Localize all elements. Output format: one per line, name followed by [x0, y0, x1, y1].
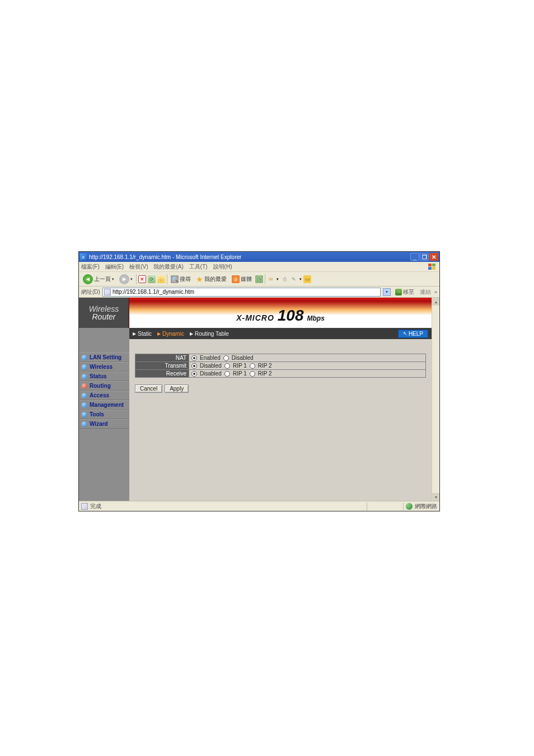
config-table: NAT Enabled Disabled	[135, 354, 426, 378]
back-button[interactable]: ◄ 上一頁 ▾	[81, 274, 116, 285]
below-banner: LAN Setting Wireless Status Routing	[79, 328, 432, 501]
search-label: 搜尋	[180, 275, 191, 283]
refresh-icon[interactable]: ⟳	[148, 275, 156, 283]
bullet-icon	[82, 412, 87, 417]
sidebar-item-label: Status	[90, 373, 107, 379]
radio-label: RIP 1	[233, 370, 247, 377]
nat-cell: Enabled Disabled	[189, 354, 426, 362]
banner-wireless: Wireless	[89, 305, 119, 313]
go-button[interactable]: → 移至	[393, 288, 416, 297]
divider	[367, 503, 367, 510]
edit-icon[interactable]: ✎	[290, 275, 298, 283]
scroll-down-icon[interactable]: ▾	[432, 493, 439, 501]
tab-label: Dynamic	[162, 331, 184, 337]
bullet-icon	[82, 421, 87, 427]
links-label[interactable]: 連結	[419, 288, 432, 296]
menu-tools[interactable]: 工具(T)	[189, 263, 208, 271]
scrollbar[interactable]: ▴ ▾	[432, 298, 439, 501]
media-button[interactable]: ♪ 媒體	[230, 274, 254, 285]
sidebar-item-label: Management	[90, 402, 124, 408]
print-icon[interactable]: ⎙	[280, 275, 288, 283]
menu-view[interactable]: 檢視(V)	[129, 263, 148, 271]
table-row: NAT Enabled Disabled	[135, 354, 426, 362]
apply-button[interactable]: Apply	[165, 384, 189, 393]
receive-label: Receive	[135, 370, 189, 378]
radio-nat-disabled[interactable]	[223, 355, 229, 361]
radio-nat-enabled[interactable]	[191, 355, 197, 361]
window-title: http://192.168.1.1/r_dynamic.htm - Micro…	[89, 254, 408, 260]
tabbar: ▶ Static ▶ Dynamic ▶ Routing Table	[129, 328, 432, 339]
banner-router: Router	[92, 313, 115, 321]
windows-flag-icon	[427, 262, 437, 272]
arrow-left-icon: ◄	[83, 274, 93, 284]
radio-transmit-rip1[interactable]	[224, 363, 230, 369]
stop-icon[interactable]: ✕	[138, 275, 146, 283]
sidebar-item-wireless[interactable]: Wireless	[79, 362, 129, 372]
menu-edit[interactable]: 編輯(E)	[105, 263, 124, 271]
sidebar-item-label: Access	[90, 392, 109, 398]
separator	[167, 274, 167, 284]
radio-receive-disabled[interactable]	[191, 371, 197, 377]
titlebar: e http://192.168.1.1/r_dynamic.htm - Mic…	[79, 252, 439, 262]
sidebar-item-lan-setting[interactable]: LAN Setting	[79, 353, 129, 362]
receive-cell: Disabled RIP 1 RIP 2	[189, 370, 426, 378]
bullet-icon	[82, 355, 87, 360]
help-button[interactable]: ↖ HELP	[398, 330, 428, 338]
banner: Wireless Router X-MICRO 108 Mbps	[79, 298, 432, 328]
minimize-button[interactable]: _	[410, 253, 419, 261]
sidebar-item-wizard[interactable]: Wizard	[79, 419, 129, 429]
radio-transmit-rip2[interactable]	[250, 363, 255, 369]
sidebar-item-label: Routing	[90, 383, 111, 389]
ie-icon: e	[80, 253, 87, 260]
sidebar-item-status[interactable]: Status	[79, 372, 129, 381]
toolbar: ◄ 上一頁 ▾ ► ▾ ✕ ⟳ ⌂ 🔍 搜尋 ★ 我的最愛 ♪ 媒體 ◷ ✉ ▾…	[79, 272, 439, 287]
sidebar-item-routing[interactable]: Routing	[79, 381, 129, 391]
menu-file[interactable]: 檔案(F)	[81, 263, 100, 271]
address-dropdown-icon[interactable]: ▾	[383, 288, 391, 296]
forward-button[interactable]: ► ▾	[118, 274, 134, 285]
sidebar-item-tools[interactable]: Tools	[79, 410, 129, 419]
star-icon: ★	[196, 275, 203, 284]
page-icon	[81, 503, 88, 510]
history-icon[interactable]: ◷	[255, 275, 263, 283]
scroll-up-icon[interactable]: ▴	[432, 298, 439, 306]
radio-receive-rip1[interactable]	[224, 371, 230, 377]
chevron-right-icon[interactable]: »	[434, 289, 437, 295]
mail-icon[interactable]: ✉	[267, 275, 275, 283]
sidebar-item-management[interactable]: Management	[79, 400, 129, 410]
browser-window: e http://192.168.1.1/r_dynamic.htm - Mic…	[78, 251, 440, 511]
go-icon: →	[395, 289, 402, 295]
radio-label: Enabled	[200, 355, 221, 361]
banner-right: X-MICRO 108 Mbps	[129, 298, 432, 328]
address-input[interactable]: http://192.168.1.1/r_dynamic.htm	[102, 288, 381, 297]
tab-routing-table[interactable]: ▶ Routing Table	[190, 331, 229, 337]
home-icon[interactable]: ⌂	[157, 275, 165, 283]
sidebar-item-access[interactable]: Access	[79, 391, 129, 400]
dropdown-icon: ▾	[277, 277, 279, 281]
back-label: 上一頁	[94, 275, 111, 283]
main-panel: ▶ Static ▶ Dynamic ▶ Routing Table	[129, 328, 432, 501]
cancel-button[interactable]: Cancel	[135, 384, 162, 393]
favorites-button[interactable]: ★ 我的最愛	[194, 274, 228, 285]
close-button[interactable]: ✕	[429, 253, 438, 261]
address-url: http://192.168.1.1/r_dynamic.htm	[113, 289, 379, 295]
favorites-label: 我的最愛	[204, 275, 227, 283]
search-button[interactable]: 🔍 搜尋	[169, 274, 193, 285]
page-icon	[104, 289, 111, 295]
sidebar-item-label: Tools	[90, 411, 104, 417]
banner-left: Wireless Router	[79, 298, 129, 328]
window-buttons: _ ❐ ✕	[410, 253, 438, 261]
tab-static[interactable]: ▶ Static	[133, 331, 152, 337]
media-label: 媒體	[241, 275, 252, 283]
maximize-button[interactable]: ❐	[420, 253, 429, 261]
transmit-label: Transmit	[135, 362, 189, 370]
radio-label: RIP 2	[258, 370, 272, 377]
tab-dynamic[interactable]: ▶ Dynamic	[157, 331, 184, 337]
triangle-icon: ▶	[190, 331, 193, 336]
radio-receive-rip2[interactable]	[250, 371, 255, 377]
research-icon[interactable]: ▭	[303, 275, 311, 283]
brand-108: 108	[278, 307, 304, 325]
menu-help[interactable]: 說明(H)	[213, 263, 232, 271]
radio-transmit-disabled[interactable]	[191, 363, 197, 369]
menu-favorites[interactable]: 我的最愛(A)	[153, 263, 183, 271]
